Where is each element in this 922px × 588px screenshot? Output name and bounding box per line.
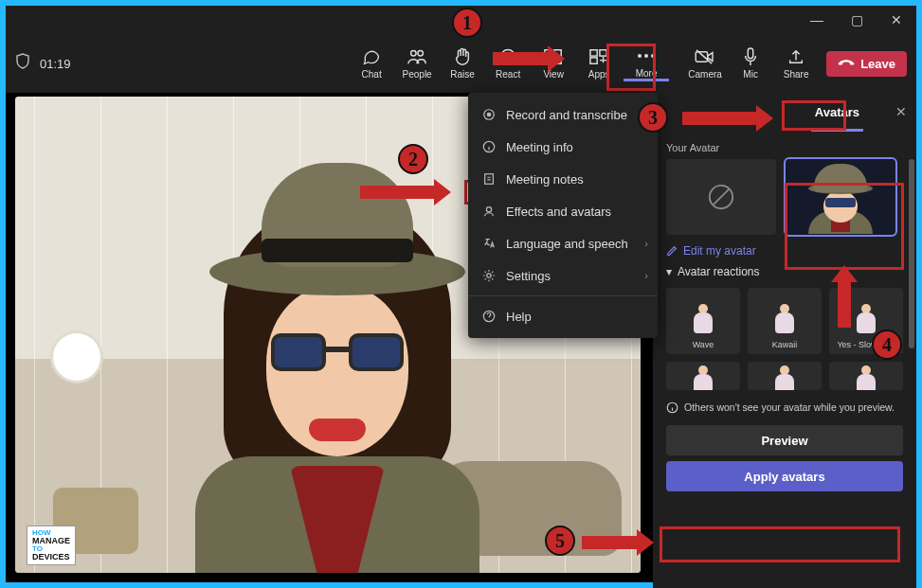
svg-rect-19 xyxy=(485,174,494,185)
svg-point-2 xyxy=(501,50,515,64)
no-avatar-icon xyxy=(707,183,735,211)
info-icon xyxy=(666,401,678,414)
camera-button[interactable]: Camera xyxy=(682,47,728,80)
svg-rect-6 xyxy=(554,58,561,63)
record-icon xyxy=(481,107,497,122)
reaction-figure-icon xyxy=(772,365,797,385)
note-text: Others won't see your avatar while you p… xyxy=(684,401,895,413)
effects-label: Effects and avatars xyxy=(506,205,611,219)
camera-off-icon xyxy=(695,47,715,66)
mic-icon xyxy=(743,47,758,66)
record-label: Record and transcribe xyxy=(506,108,627,122)
reaction-figure-icon xyxy=(691,304,715,336)
svg-point-0 xyxy=(411,51,417,57)
svg-point-17 xyxy=(487,113,491,116)
reaction-figure-icon xyxy=(691,365,715,385)
chat-icon xyxy=(362,47,381,66)
preview-note: Others won't see your avatar while you p… xyxy=(653,396,916,419)
settings-item[interactable]: Settings › xyxy=(468,259,658,292)
reaction-label: Kawaii xyxy=(772,340,798,349)
reaction-item[interactable] xyxy=(666,362,740,390)
reaction-wave[interactable]: Wave xyxy=(666,288,740,354)
help-item[interactable]: Help xyxy=(468,300,658,332)
privacy-shield-icon[interactable] xyxy=(15,53,30,74)
reaction-figure-icon xyxy=(854,365,878,385)
raise-hand-icon xyxy=(454,47,471,66)
svg-rect-7 xyxy=(590,50,597,56)
panel-close-button[interactable]: ✕ xyxy=(895,104,907,119)
meeting-timer: 01:19 xyxy=(40,57,71,71)
people-button[interactable]: People xyxy=(394,47,440,80)
svg-point-20 xyxy=(486,207,491,212)
mic-label: Mic xyxy=(743,69,758,80)
apply-avatars-button[interactable]: Apply avatars xyxy=(666,461,903,491)
meeting-notes-item[interactable]: Meeting notes xyxy=(468,163,658,195)
avatar-figure xyxy=(157,144,517,570)
effects-avatars-item[interactable]: Effects and avatars xyxy=(468,195,658,227)
mic-button[interactable]: Mic xyxy=(728,47,773,80)
annotation-box-apply xyxy=(660,526,900,562)
settings-label: Settings xyxy=(506,269,551,283)
svg-rect-3 xyxy=(545,50,551,56)
meeting-info-label: Meeting info xyxy=(506,140,573,154)
preview-button[interactable]: Preview xyxy=(666,425,903,455)
svg-rect-15 xyxy=(748,48,752,59)
meeting-notes-label: Meeting notes xyxy=(506,172,584,187)
reaction-figure-icon xyxy=(854,304,878,336)
help-icon xyxy=(481,309,497,324)
reaction-kawaii[interactable]: Kawaii xyxy=(748,288,822,354)
language-label: Language and speech xyxy=(506,237,628,251)
share-label: Share xyxy=(784,69,809,80)
maximize-button[interactable]: ▢ xyxy=(837,6,877,34)
share-icon xyxy=(787,47,804,66)
chevron-right-icon: › xyxy=(644,270,648,281)
leave-button[interactable]: Leave xyxy=(826,51,907,77)
language-icon xyxy=(481,236,497,251)
app-window: — ▢ ✕ 01:19 Chat People Raise React View xyxy=(6,6,916,582)
edit-icon xyxy=(666,245,678,257)
svg-rect-4 xyxy=(554,50,561,56)
minimize-button[interactable]: — xyxy=(797,6,837,34)
people-icon xyxy=(407,47,427,66)
record-transcribe-item[interactable]: Record and transcribe › xyxy=(468,98,658,131)
reactions-label: Avatar reactions xyxy=(678,265,760,278)
reaction-label: Wave xyxy=(693,340,714,349)
close-window-button[interactable]: ✕ xyxy=(877,6,916,34)
chevron-right-icon: › xyxy=(644,238,648,249)
view-icon xyxy=(544,47,563,66)
avatar-option-none[interactable] xyxy=(666,159,776,235)
svg-point-21 xyxy=(487,274,491,277)
info-icon xyxy=(481,139,497,154)
leave-label: Leave xyxy=(860,57,895,71)
annotation-box-avatar-thumb xyxy=(785,183,904,270)
reaction-item[interactable] xyxy=(829,362,903,390)
react-button[interactable]: React xyxy=(485,47,531,80)
share-button[interactable]: Share xyxy=(773,47,819,80)
more-dropdown: Record and transcribe › Meeting info Mee… xyxy=(468,93,658,338)
annotation-box-avatars-tab xyxy=(782,100,846,131)
svg-point-1 xyxy=(418,51,424,57)
react-icon xyxy=(498,47,517,66)
window-titlebar: — ▢ ✕ xyxy=(6,6,916,34)
svg-rect-5 xyxy=(545,58,551,63)
reaction-slow-nod[interactable]: Yes - Slow Nod xyxy=(829,288,903,354)
notes-icon xyxy=(481,171,497,187)
raise-label: Raise xyxy=(450,69,475,80)
chat-label: Chat xyxy=(362,69,382,80)
react-label: React xyxy=(496,69,520,80)
language-speech-item[interactable]: Language and speech › xyxy=(468,227,658,259)
watermark-logo: HOWMANAGE TODEVICES xyxy=(27,526,76,565)
effects-icon xyxy=(481,204,497,219)
your-avatar-heading: Your Avatar xyxy=(653,134,916,159)
annotation-box-more xyxy=(606,44,656,91)
reaction-item[interactable] xyxy=(748,362,822,390)
chevron-right-icon: › xyxy=(644,109,648,120)
meeting-info-item[interactable]: Meeting info xyxy=(468,131,658,163)
view-label: View xyxy=(543,69,564,80)
raise-hand-button[interactable]: Raise xyxy=(440,47,485,80)
edit-label: Edit my avatar xyxy=(683,244,756,258)
hangup-icon xyxy=(838,58,855,69)
panel-scrollbar[interactable] xyxy=(909,159,914,348)
chat-button[interactable]: Chat xyxy=(349,47,394,80)
view-button[interactable]: View xyxy=(531,47,576,80)
